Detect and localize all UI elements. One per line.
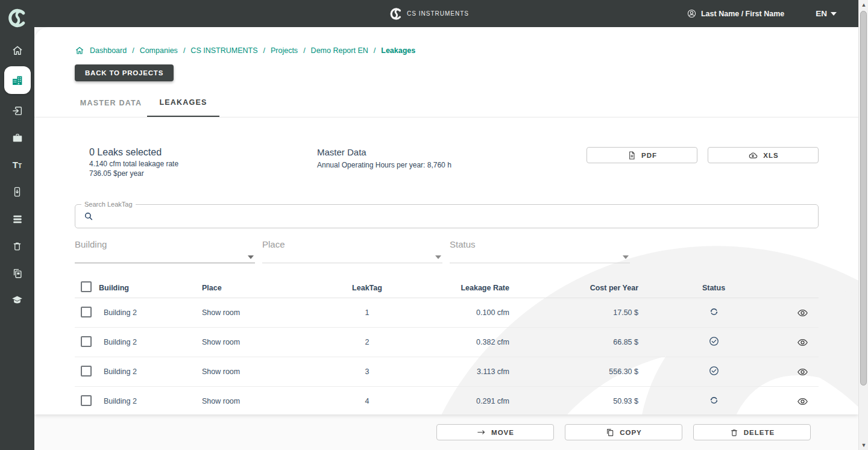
mobile-download-icon xyxy=(11,186,23,198)
view-leak-button[interactable] xyxy=(797,337,808,348)
sidebar-item-companies[interactable] xyxy=(4,66,31,94)
pdf-button-label: PDF xyxy=(641,152,657,159)
breadcrumb-item[interactable]: Dashboard xyxy=(90,46,127,55)
row-checkbox[interactable] xyxy=(81,366,92,377)
view-leak-button[interactable] xyxy=(797,307,808,319)
row-checkbox[interactable] xyxy=(81,336,92,347)
table-row: Building 2 Show room 2 0.382 cfm 66.85 $ xyxy=(75,328,819,357)
row-building: Building 2 xyxy=(99,338,195,346)
arrow-right-icon xyxy=(476,427,486,437)
breadcrumb-item[interactable]: Projects xyxy=(271,46,298,55)
home-icon xyxy=(75,46,84,55)
cost-per-year-total: 736.05 $per year xyxy=(89,169,317,178)
topbar: › CS INSTRUMENTS Last Name / First Name … xyxy=(0,0,858,27)
delete-button[interactable]: DELETE xyxy=(693,424,811,440)
status-badge xyxy=(708,306,720,317)
row-place: Show room xyxy=(195,308,340,317)
place-filter-select[interactable]: Place xyxy=(262,237,442,263)
move-button[interactable]: MOVE xyxy=(436,424,554,440)
copy-icon xyxy=(605,428,615,437)
tab-leakages[interactable]: LEAKAGES xyxy=(147,89,219,117)
view-leak-button[interactable] xyxy=(797,396,808,407)
status-filter-select[interactable]: Status xyxy=(450,237,630,263)
xls-export-button[interactable]: XLS xyxy=(708,147,819,163)
user-menu[interactable]: Last Name / First Name xyxy=(687,8,784,19)
row-checkbox[interactable] xyxy=(81,307,92,317)
tab-master-data[interactable]: MASTER DATA xyxy=(75,89,147,117)
leakages-table: Building Place LeakTag Leakage Rate Cost… xyxy=(75,278,819,414)
breadcrumb: Dashboard/Companies/CS INSTRUMENTS/Proje… xyxy=(75,46,858,55)
text-format-icon: TT xyxy=(13,160,22,170)
breadcrumb-item[interactable]: Demo Report EN xyxy=(311,46,368,55)
sidebar-item-list[interactable] xyxy=(4,205,31,233)
breadcrumb-separator: / xyxy=(303,46,305,55)
sidebar: TT xyxy=(0,0,34,450)
breadcrumb-separator: / xyxy=(263,46,265,55)
row-place: Show room xyxy=(195,367,340,376)
trash-icon xyxy=(11,240,23,252)
scroll-up-arrow-icon[interactable]: ▲ xyxy=(859,0,868,10)
sidebar-item-reports[interactable] xyxy=(4,260,31,287)
row-leakage-rate: 0.291 cfm xyxy=(394,397,512,405)
building-filter-select[interactable]: Building xyxy=(75,237,255,263)
row-leaktag: 1 xyxy=(340,308,394,317)
pdf-document-icon xyxy=(627,151,637,160)
table-row: Building 2 Show room 1 0.100 cfm 17.50 $ xyxy=(75,298,819,328)
sync-icon xyxy=(708,306,720,317)
check-circle-icon xyxy=(708,365,720,377)
copy-documents-icon xyxy=(11,267,24,280)
language-switcher[interactable]: EN xyxy=(816,9,837,18)
scroll-down-arrow-icon[interactable]: ▼ xyxy=(859,440,868,450)
eye-icon xyxy=(797,337,808,348)
row-leaktag: 4 xyxy=(340,397,394,405)
check-circle-icon xyxy=(708,336,720,347)
breadcrumb-item[interactable]: CS INSTRUMENTS xyxy=(190,46,257,55)
row-building: Building 2 xyxy=(99,308,195,317)
row-place: Show room xyxy=(195,338,340,346)
row-leaktag: 3 xyxy=(340,367,394,376)
sidebar-item-trash[interactable] xyxy=(4,233,31,260)
row-building: Building 2 xyxy=(99,397,195,405)
tab-bar: MASTER DATA LEAKAGES xyxy=(34,89,858,117)
row-cost-per-year: 556.30 $ xyxy=(512,367,641,376)
status-badge xyxy=(708,336,720,347)
list-dns-icon xyxy=(11,213,24,225)
breadcrumb-separator: / xyxy=(183,46,185,55)
scrollbar-thumb[interactable] xyxy=(860,11,867,386)
chevron-down-icon xyxy=(831,12,837,16)
total-leakage-rate: 4.140 cfm total leakage rate xyxy=(89,160,317,169)
breadcrumb-separator: / xyxy=(374,46,376,55)
row-leaktag: 2 xyxy=(340,338,394,346)
sidebar-item-education[interactable] xyxy=(4,287,31,314)
table-header-row: Building Place LeakTag Leakage Rate Cost… xyxy=(75,278,819,298)
chevron-down-icon xyxy=(435,255,441,259)
sidebar-item-mobile[interactable] xyxy=(4,178,31,205)
sidebar-item-text-format[interactable]: TT xyxy=(4,151,31,178)
row-cost-per-year: 17.50 $ xyxy=(512,308,641,317)
place-filter-label: Place xyxy=(262,237,442,249)
sidebar-item-projects[interactable] xyxy=(4,124,31,151)
search-input[interactable] xyxy=(94,205,818,228)
breadcrumb-item[interactable]: Companies xyxy=(140,46,178,55)
chevron-down-icon xyxy=(623,255,629,259)
copy-button[interactable]: COPY xyxy=(565,424,682,440)
sidebar-item-login[interactable] xyxy=(4,97,31,124)
status-badge xyxy=(708,395,720,406)
pdf-export-button[interactable]: PDF xyxy=(587,147,697,163)
select-all-checkbox[interactable] xyxy=(81,281,92,292)
back-to-projects-button[interactable]: BACK TO PROJECTS xyxy=(75,64,174,81)
column-header-leaktag: LeakTag xyxy=(340,284,394,292)
trash-icon xyxy=(729,428,739,437)
search-field-label: Search LeakTag xyxy=(81,201,136,208)
chevron-down-icon xyxy=(248,255,254,259)
login-exit-icon xyxy=(11,105,24,117)
person-icon xyxy=(687,8,697,19)
row-checkbox[interactable] xyxy=(81,395,92,406)
status-badge xyxy=(708,365,720,377)
xls-button-label: XLS xyxy=(763,152,778,159)
sidebar-item-home[interactable] xyxy=(4,37,31,64)
table-row: Building 2 Show room 3 3.113 cfm 556.30 … xyxy=(75,357,819,387)
cloud-download-icon xyxy=(747,150,758,161)
view-leak-button[interactable] xyxy=(797,366,808,378)
eye-icon xyxy=(797,307,808,319)
